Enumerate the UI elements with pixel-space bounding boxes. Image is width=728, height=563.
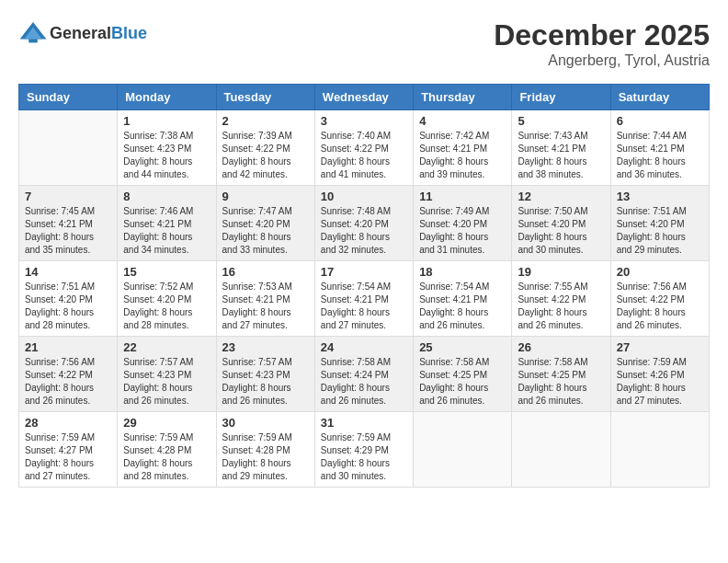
day-number: 13 (617, 190, 703, 203)
day-number: 9 (222, 190, 309, 203)
day-info: Sunrise: 7:53 AMSunset: 4:21 PMDaylight:… (222, 281, 309, 332)
day-number: 16 (222, 265, 309, 279)
calendar-cell: 11Sunrise: 7:49 AMSunset: 4:20 PMDayligh… (414, 186, 512, 261)
calendar-week-row: 1Sunrise: 7:38 AMSunset: 4:23 PMDaylight… (19, 110, 710, 186)
day-info: Sunrise: 7:58 AMSunset: 4:25 PMDaylight:… (518, 356, 604, 408)
logo: GeneralBlue (18, 18, 147, 48)
day-info: Sunrise: 7:45 AMSunset: 4:21 PMDaylight:… (25, 205, 111, 257)
day-number: 29 (123, 416, 210, 430)
day-info: Sunrise: 7:44 AMSunset: 4:21 PMDaylight:… (617, 130, 703, 181)
day-number: 30 (222, 416, 309, 430)
calendar-cell: 4Sunrise: 7:42 AMSunset: 4:21 PMDaylight… (414, 110, 512, 186)
day-info: Sunrise: 7:49 AMSunset: 4:20 PMDaylight:… (419, 205, 506, 257)
day-info: Sunrise: 7:59 AMSunset: 4:27 PMDaylight:… (25, 431, 111, 483)
day-info: Sunrise: 7:55 AMSunset: 4:22 PMDaylight:… (518, 281, 604, 332)
day-number: 5 (518, 114, 604, 128)
day-number: 31 (321, 416, 407, 430)
day-number: 1 (123, 114, 210, 128)
calendar-cell: 28Sunrise: 7:59 AMSunset: 4:27 PMDayligh… (19, 412, 118, 488)
day-number: 20 (617, 265, 703, 279)
calendar-cell (610, 412, 709, 488)
day-number: 14 (25, 265, 111, 279)
calendar-week-row: 7Sunrise: 7:45 AMSunset: 4:21 PMDaylight… (19, 186, 710, 261)
day-number: 15 (123, 265, 210, 279)
calendar-cell: 13Sunrise: 7:51 AMSunset: 4:20 PMDayligh… (610, 186, 709, 261)
month-year: December 2025 (494, 18, 710, 52)
calendar-week-row: 28Sunrise: 7:59 AMSunset: 4:27 PMDayligh… (19, 412, 710, 488)
calendar-cell (414, 412, 512, 488)
calendar-cell: 23Sunrise: 7:57 AMSunset: 4:23 PMDayligh… (216, 337, 314, 412)
day-info: Sunrise: 7:42 AMSunset: 4:21 PMDaylight:… (419, 130, 506, 181)
page-header: GeneralBlue December 2025 Angerberg, Tyr… (18, 18, 710, 69)
day-of-week-monday: Monday (118, 85, 216, 110)
day-number: 28 (25, 416, 111, 430)
day-number: 25 (419, 340, 506, 354)
day-number: 6 (617, 114, 703, 128)
day-info: Sunrise: 7:57 AMSunset: 4:23 PMDaylight:… (222, 356, 309, 408)
day-of-week-sunday: Sunday (19, 85, 118, 110)
day-info: Sunrise: 7:52 AMSunset: 4:20 PMDaylight:… (123, 281, 210, 332)
calendar-cell: 16Sunrise: 7:53 AMSunset: 4:21 PMDayligh… (216, 261, 314, 337)
day-info: Sunrise: 7:51 AMSunset: 4:20 PMDaylight:… (617, 205, 703, 257)
day-number: 8 (123, 190, 210, 203)
calendar-cell: 19Sunrise: 7:55 AMSunset: 4:22 PMDayligh… (512, 261, 610, 337)
day-of-week-thursday: Thursday (414, 85, 512, 110)
day-number: 11 (419, 190, 506, 203)
day-of-week-wednesday: Wednesday (314, 85, 413, 110)
day-number: 18 (419, 265, 506, 279)
calendar-week-row: 21Sunrise: 7:56 AMSunset: 4:22 PMDayligh… (19, 337, 710, 412)
day-info: Sunrise: 7:51 AMSunset: 4:20 PMDaylight:… (25, 281, 111, 332)
day-info: Sunrise: 7:40 AMSunset: 4:22 PMDaylight:… (321, 130, 407, 181)
day-number: 3 (321, 114, 407, 128)
calendar-cell: 1Sunrise: 7:38 AMSunset: 4:23 PMDaylight… (118, 110, 216, 186)
calendar-cell: 27Sunrise: 7:59 AMSunset: 4:26 PMDayligh… (610, 337, 709, 412)
day-info: Sunrise: 7:46 AMSunset: 4:21 PMDaylight:… (123, 205, 210, 257)
day-info: Sunrise: 7:56 AMSunset: 4:22 PMDaylight:… (25, 356, 111, 408)
svg-rect-2 (28, 39, 38, 42)
day-number: 7 (25, 190, 111, 203)
calendar-cell: 17Sunrise: 7:54 AMSunset: 4:21 PMDayligh… (314, 261, 413, 337)
calendar-cell: 7Sunrise: 7:45 AMSunset: 4:21 PMDaylight… (19, 186, 118, 261)
day-info: Sunrise: 7:58 AMSunset: 4:24 PMDaylight:… (321, 356, 407, 408)
day-of-week-tuesday: Tuesday (216, 85, 314, 110)
day-of-week-friday: Friday (512, 85, 610, 110)
day-info: Sunrise: 7:59 AMSunset: 4:28 PMDaylight:… (123, 431, 210, 483)
calendar-cell (19, 110, 118, 186)
day-info: Sunrise: 7:56 AMSunset: 4:22 PMDaylight:… (617, 281, 703, 332)
calendar-cell: 14Sunrise: 7:51 AMSunset: 4:20 PMDayligh… (19, 261, 118, 337)
day-info: Sunrise: 7:48 AMSunset: 4:20 PMDaylight:… (321, 205, 407, 257)
calendar-cell: 10Sunrise: 7:48 AMSunset: 4:20 PMDayligh… (314, 186, 413, 261)
day-number: 2 (222, 114, 309, 128)
calendar-header-row: SundayMondayTuesdayWednesdayThursdayFrid… (19, 85, 710, 110)
calendar-cell: 18Sunrise: 7:54 AMSunset: 4:21 PMDayligh… (414, 261, 512, 337)
calendar-cell: 22Sunrise: 7:57 AMSunset: 4:23 PMDayligh… (118, 337, 216, 412)
calendar-cell: 30Sunrise: 7:59 AMSunset: 4:28 PMDayligh… (216, 412, 314, 488)
calendar-cell: 8Sunrise: 7:46 AMSunset: 4:21 PMDaylight… (118, 186, 216, 261)
calendar-cell: 21Sunrise: 7:56 AMSunset: 4:22 PMDayligh… (19, 337, 118, 412)
calendar-cell: 5Sunrise: 7:43 AMSunset: 4:21 PMDaylight… (512, 110, 610, 186)
logo-text-blue: Blue (111, 24, 147, 42)
calendar-cell: 12Sunrise: 7:50 AMSunset: 4:20 PMDayligh… (512, 186, 610, 261)
calendar-cell: 31Sunrise: 7:59 AMSunset: 4:29 PMDayligh… (314, 412, 413, 488)
day-number: 4 (419, 114, 506, 128)
day-info: Sunrise: 7:54 AMSunset: 4:21 PMDaylight:… (321, 281, 407, 332)
day-number: 26 (518, 340, 604, 354)
day-number: 19 (518, 265, 604, 279)
day-info: Sunrise: 7:58 AMSunset: 4:25 PMDaylight:… (419, 356, 506, 408)
location: Angerberg, Tyrol, Austria (494, 52, 710, 69)
calendar-cell: 15Sunrise: 7:52 AMSunset: 4:20 PMDayligh… (118, 261, 216, 337)
calendar-cell: 2Sunrise: 7:39 AMSunset: 4:22 PMDaylight… (216, 110, 314, 186)
calendar-cell: 20Sunrise: 7:56 AMSunset: 4:22 PMDayligh… (610, 261, 709, 337)
day-info: Sunrise: 7:59 AMSunset: 4:29 PMDaylight:… (321, 431, 407, 483)
day-number: 12 (518, 190, 604, 203)
calendar-cell: 3Sunrise: 7:40 AMSunset: 4:22 PMDaylight… (314, 110, 413, 186)
day-number: 17 (321, 265, 407, 279)
day-info: Sunrise: 7:50 AMSunset: 4:20 PMDaylight:… (518, 205, 604, 257)
day-info: Sunrise: 7:38 AMSunset: 4:23 PMDaylight:… (123, 130, 210, 181)
calendar-table: SundayMondayTuesdayWednesdayThursdayFrid… (18, 84, 710, 488)
day-of-week-saturday: Saturday (610, 85, 709, 110)
calendar-cell: 26Sunrise: 7:58 AMSunset: 4:25 PMDayligh… (512, 337, 610, 412)
calendar-cell: 29Sunrise: 7:59 AMSunset: 4:28 PMDayligh… (118, 412, 216, 488)
day-info: Sunrise: 7:43 AMSunset: 4:21 PMDaylight:… (518, 130, 604, 181)
day-info: Sunrise: 7:54 AMSunset: 4:21 PMDaylight:… (419, 281, 506, 332)
